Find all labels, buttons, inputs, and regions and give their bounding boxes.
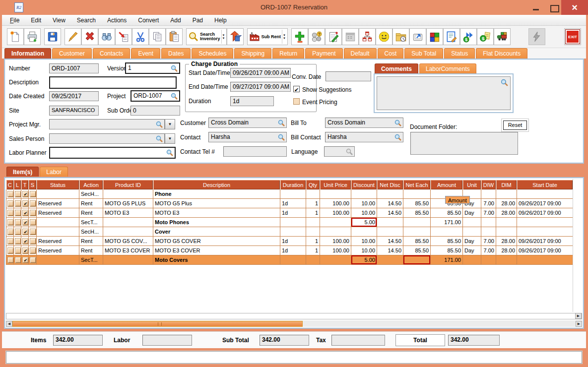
checkbox[interactable] — [30, 257, 36, 263]
tab-comments[interactable]: Comments — [375, 63, 418, 73]
send-key-button[interactable] — [409, 28, 426, 45]
folder-button[interactable] — [392, 28, 409, 45]
row-check-c[interactable] — [6, 189, 14, 199]
row-check-s[interactable] — [29, 227, 37, 237]
exit-button[interactable]: EXIT — [564, 28, 581, 45]
row-check-c[interactable] — [6, 218, 14, 227]
checkbox[interactable] — [15, 239, 21, 244]
tab-event[interactable]: Event — [131, 48, 160, 59]
col-description[interactable]: Description — [153, 180, 280, 189]
table-row[interactable]: SecT... Moto Phones 5.00 171.00 — [6, 218, 573, 227]
tab-payment[interactable]: Payment — [305, 48, 342, 59]
checkbox-checked[interactable] — [23, 191, 28, 197]
tab-shipping[interactable]: Shipping — [234, 48, 271, 59]
table-row-selected[interactable]: SecT... Moto Covers 5.00 171.00 — [6, 255, 573, 265]
bill-contact-field[interactable]: Harsha — [325, 132, 403, 142]
row-check-c[interactable] — [6, 255, 14, 265]
organization-button[interactable] — [359, 28, 376, 45]
checkbox[interactable] — [15, 210, 21, 216]
tab-items[interactable]: Item(s) — [6, 167, 39, 177]
panel-hscrollbar[interactable] — [6, 320, 582, 327]
labor-planner-field[interactable] — [49, 147, 176, 159]
row-check-s[interactable] — [29, 208, 37, 218]
col-unit[interactable]: Unit — [463, 180, 481, 189]
table-row[interactable]: Reserved Rent MOTO G5 COV... MOTO G5 COV… — [6, 237, 573, 246]
event-pricing-checkbox[interactable] — [293, 98, 300, 105]
checkbox-checked[interactable] — [23, 201, 28, 206]
tab-labor[interactable]: Labor — [40, 167, 68, 177]
col-net-each[interactable]: Net Each — [403, 180, 431, 189]
description-field[interactable] — [49, 76, 177, 89]
tab-status[interactable]: Status — [444, 48, 475, 59]
table-hscroll-right-button[interactable] — [575, 313, 582, 319]
find-button[interactable] — [98, 28, 115, 45]
row-check-t[interactable] — [21, 208, 29, 218]
col-amount[interactable]: Amount — [431, 180, 463, 189]
show-suggestions-checkbox[interactable] — [293, 86, 300, 92]
menu-view[interactable]: View — [51, 16, 67, 24]
smiley-button[interactable] — [376, 28, 392, 45]
col-status[interactable]: Status — [37, 180, 79, 189]
table-row[interactable]: Reserved Rent MOTO G5 PLUS MOTO G5 Plus … — [6, 199, 573, 208]
labor-planner-lookup-icon[interactable] — [166, 149, 174, 158]
menu-edit[interactable]: Edit — [29, 16, 43, 24]
dollar-notes-button[interactable]: $ — [477, 28, 494, 45]
comments-textarea[interactable] — [377, 76, 511, 110]
row-check-c[interactable] — [6, 208, 14, 218]
checkbox[interactable] — [15, 201, 21, 206]
contact-tel-field[interactable] — [223, 146, 287, 157]
start-datetime-field[interactable]: 09/26/2017 09:00 AM — [230, 68, 291, 78]
sales-person-field[interactable] — [49, 133, 165, 144]
site-field[interactable]: SANFRANCISCO — [49, 106, 99, 116]
checkbox-checked[interactable] — [23, 248, 28, 253]
row-check-s[interactable] — [29, 189, 37, 199]
col-l[interactable]: L — [14, 180, 21, 189]
table-row[interactable]: SecH... Cover — [6, 227, 573, 237]
checkbox[interactable] — [30, 191, 36, 197]
col-diw[interactable]: DIW — [481, 180, 496, 189]
col-dim[interactable]: DIM — [496, 180, 517, 189]
sub-total-field[interactable]: 342.00 — [260, 335, 309, 346]
title-bar[interactable]: ORD-1007 Reservation R2 — [0, 0, 588, 15]
row-check-t[interactable] — [21, 237, 29, 246]
checkbox[interactable] — [8, 257, 13, 263]
row-check-c[interactable] — [6, 227, 14, 237]
sales-person-lookup-icon[interactable] — [155, 135, 163, 144]
row-check-l[interactable] — [14, 255, 21, 265]
items-total-field[interactable]: 342.00 — [53, 335, 103, 346]
labor-total-field[interactable] — [142, 335, 192, 346]
row-check-s[interactable] — [29, 255, 37, 265]
checkbox[interactable] — [15, 220, 21, 225]
save-button[interactable] — [44, 28, 61, 45]
checkbox[interactable] — [15, 191, 21, 197]
reset-button[interactable]: Reset — [503, 121, 527, 130]
row-check-l[interactable] — [14, 237, 21, 246]
version-lookup-icon[interactable] — [170, 64, 178, 74]
paste-button[interactable] — [166, 28, 183, 45]
checkbox[interactable] — [15, 229, 21, 235]
checkbox[interactable] — [30, 248, 36, 253]
checkbox[interactable] — [8, 201, 13, 206]
checkbox[interactable] — [15, 257, 21, 263]
copy-to-button[interactable] — [115, 28, 132, 45]
row-check-t[interactable] — [21, 189, 29, 199]
row-check-s[interactable] — [29, 237, 37, 246]
col-product-id[interactable]: Product ID — [103, 180, 153, 189]
menu-convert[interactable]: Convert — [136, 16, 160, 24]
col-s[interactable]: S — [29, 180, 37, 189]
language-lookup-icon[interactable] — [345, 148, 353, 157]
contact-field[interactable]: Harsha — [208, 132, 287, 142]
checkbox-checked[interactable] — [23, 239, 28, 244]
sales-person-dropdown-button[interactable] — [165, 133, 175, 144]
project-mgr-field[interactable] — [49, 119, 165, 129]
document-folder-field[interactable] — [410, 132, 518, 155]
tab-labor-comments[interactable]: LaborComments — [419, 63, 476, 73]
checkbox-checked[interactable] — [23, 220, 28, 225]
calendar-button[interactable] — [342, 28, 359, 45]
number-field[interactable]: ORD-1007 — [49, 63, 99, 73]
row-check-c[interactable] — [6, 237, 14, 246]
flagged-net-each-cell[interactable] — [403, 255, 431, 265]
tab-dates[interactable]: Dates — [161, 48, 191, 59]
tab-contacts[interactable]: Contacts — [93, 48, 130, 59]
tab-information[interactable]: Information — [4, 48, 51, 59]
